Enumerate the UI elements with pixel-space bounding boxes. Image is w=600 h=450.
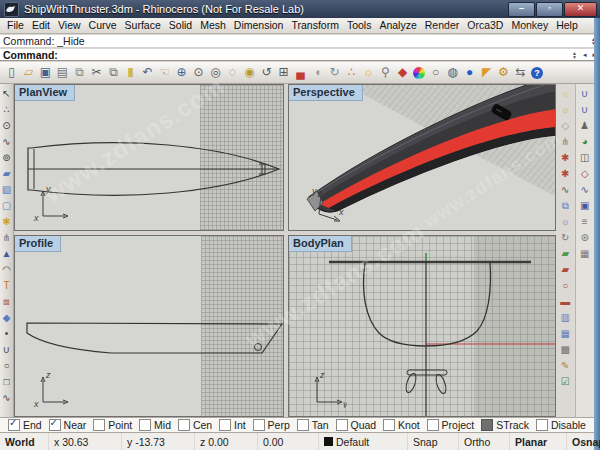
planar-toggle[interactable]: Planar xyxy=(510,433,567,450)
cone-icon[interactable]: ▲ xyxy=(0,246,13,262)
checkbox-disable[interactable] xyxy=(536,419,548,431)
ortho-toggle[interactable]: Ortho xyxy=(459,433,510,450)
osnap-end[interactable]: End xyxy=(8,419,42,431)
notes-icon[interactable]: ◤ xyxy=(478,64,495,81)
checkbox-quad[interactable] xyxy=(336,419,348,431)
viewport-title-profile[interactable]: Profile xyxy=(15,236,61,252)
snap-toggle[interactable]: Snap xyxy=(408,433,459,450)
check-panel-icon[interactable]: ☑ xyxy=(559,374,572,390)
zoom-dynamic-icon[interactable]: ◎ xyxy=(207,64,224,81)
menu-file[interactable]: File xyxy=(3,18,28,33)
osnap-knot[interactable]: Knot xyxy=(383,419,420,431)
open-file-icon[interactable]: ▱ xyxy=(20,64,37,81)
circle-icon[interactable]: ○ xyxy=(0,358,13,374)
grid-panel-icon[interactable]: ▩ xyxy=(559,342,572,358)
select-arrow-icon[interactable]: ↖ xyxy=(0,86,13,102)
menu-solid[interactable]: Solid xyxy=(165,18,196,33)
osnap-int[interactable]: Int xyxy=(219,419,246,431)
viewport-bodyplan[interactable]: z y BodyPlan xyxy=(288,235,556,417)
osnap-quad[interactable]: Quad xyxy=(336,419,377,431)
zoom-window-icon[interactable]: ◌ xyxy=(224,64,241,81)
menu-analyze[interactable]: Analyze xyxy=(375,18,420,33)
menu-view[interactable]: View xyxy=(54,18,85,33)
options-gears-icon[interactable]: ⚙ xyxy=(495,64,512,81)
panel-blue2-icon[interactable]: ▦ xyxy=(559,326,572,342)
close-button[interactable]: ✕ xyxy=(564,2,597,17)
color-wedge-icon[interactable]: ◕ xyxy=(578,134,591,150)
checkbox-knot[interactable] xyxy=(383,419,395,431)
menu-render[interactable]: Render xyxy=(421,18,463,33)
curve-icon[interactable]: ∿ xyxy=(559,182,572,198)
help-icon[interactable]: ? xyxy=(531,67,543,79)
pipe-icon[interactable]: ⋔ xyxy=(0,230,13,246)
point-light-icon[interactable]: ☼ xyxy=(559,102,572,118)
world-pane[interactable]: World xyxy=(0,433,49,450)
shaded-view-icon[interactable]: ◆ xyxy=(394,64,411,81)
orca-seat-icon[interactable]: ♟ xyxy=(578,118,591,134)
color-wheel-icon[interactable] xyxy=(413,67,425,79)
checkbox-near[interactable] xyxy=(49,419,61,431)
menu-help[interactable]: Help xyxy=(552,18,582,33)
gear-circle-icon[interactable]: ⊛ xyxy=(578,230,591,246)
osnap-near[interactable]: Near xyxy=(49,419,87,431)
checkbox-project[interactable] xyxy=(427,419,439,431)
paste-icon[interactable]: ▮ xyxy=(122,64,139,81)
explode-icon[interactable]: ∴ xyxy=(343,64,360,81)
zoom-icon[interactable]: ⊙ xyxy=(190,64,207,81)
link-icon[interactable]: ⇆ xyxy=(512,64,529,81)
copy-icon[interactable]: ⧉ xyxy=(105,64,122,81)
pencil-icon[interactable]: ✎ xyxy=(559,358,572,374)
spinner-down-icon[interactable]: ▼ xyxy=(572,55,577,59)
plane-red-icon[interactable]: ▰ xyxy=(559,262,572,278)
align-icon[interactable]: ✱ xyxy=(559,166,572,182)
scroll-left-icon[interactable]: ◂ xyxy=(583,51,587,59)
menu-dimension[interactable]: Dimension xyxy=(230,18,288,33)
curve-blue-icon[interactable]: ∿ xyxy=(578,182,591,198)
menu-edit[interactable]: Edit xyxy=(28,18,54,33)
checkbox-mid[interactable] xyxy=(139,419,151,431)
panel-blue-icon[interactable]: ▥ xyxy=(559,310,572,326)
menu-mesh[interactable]: Mesh xyxy=(196,18,230,33)
menu-monkey[interactable]: Monkey xyxy=(507,18,552,33)
osnap-tan[interactable]: Tan xyxy=(297,419,329,431)
viewport-layout-icon[interactable]: ⊞ xyxy=(275,64,292,81)
checkbox-int[interactable] xyxy=(219,419,231,431)
osnap-strack[interactable]: STrack xyxy=(481,419,529,431)
point-icon[interactable]: ⊚ xyxy=(0,150,13,166)
analyze-point-icon[interactable]: ◇ xyxy=(578,166,591,182)
control-points-icon[interactable]: ∴ xyxy=(0,102,13,118)
surface-curve2-icon[interactable]: ∪ xyxy=(578,102,591,118)
osnap-toggle[interactable]: Osnap xyxy=(567,433,600,450)
lock-icon[interactable]: ⚲ xyxy=(377,64,394,81)
rotate-icon[interactable]: ↻ xyxy=(326,64,343,81)
ellipse-red-icon[interactable]: ○ xyxy=(559,278,572,294)
osnap-point[interactable]: Point xyxy=(93,419,132,431)
menu-transform[interactable]: Transform xyxy=(287,18,342,33)
osnap-disable[interactable]: Disable xyxy=(536,419,586,431)
cut-icon[interactable]: ✂ xyxy=(88,64,105,81)
pan-icon[interactable]: ☜ xyxy=(156,64,173,81)
osnap-mid[interactable]: Mid xyxy=(139,419,171,431)
rhino-app-icon[interactable] xyxy=(4,2,19,17)
layer-pane[interactable]: Default xyxy=(319,433,408,450)
bar-red-icon[interactable]: ▬ xyxy=(559,294,572,310)
checkbox-cen[interactable] xyxy=(178,419,190,431)
checkbox-end[interactable] xyxy=(8,419,20,431)
checkbox-perp[interactable] xyxy=(253,419,265,431)
viewport-profile[interactable]: z x Profile xyxy=(14,235,284,417)
named-view-icon[interactable]: ▄ xyxy=(292,64,309,81)
joint-icon[interactable]: ⋔ xyxy=(559,134,572,150)
layout-icon[interactable]: ▦ xyxy=(578,246,591,262)
viewport-title-planview[interactable]: PlanView xyxy=(15,85,75,101)
bulb-blue-icon[interactable]: ☼ xyxy=(559,214,572,230)
freeform-curve-icon[interactable]: ∿ xyxy=(0,390,13,406)
surfaces-icon[interactable]: ⧉ xyxy=(559,198,572,214)
menu-tools[interactable]: Tools xyxy=(343,18,376,33)
menu-surface[interactable]: Surface xyxy=(121,18,165,33)
surface-curve-icon[interactable]: ∪ xyxy=(578,86,591,102)
viewport-perspective[interactable]: y x Perspective xyxy=(288,84,556,231)
gumball-icon[interactable]: ✱ xyxy=(559,150,572,166)
curve-tools-icon[interactable]: ∪ xyxy=(0,342,13,358)
spotlight-icon[interactable]: ☼ xyxy=(559,86,572,102)
block-icon[interactable]: ⧈ xyxy=(0,294,13,310)
